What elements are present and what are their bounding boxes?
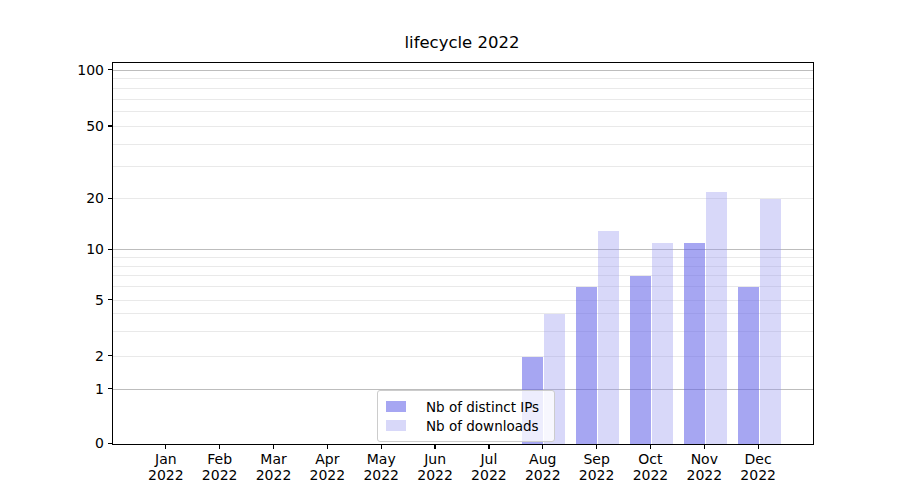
gridline-minor (113, 111, 813, 112)
bar-distinct-ips-sep (576, 287, 597, 444)
gridline-minor (113, 126, 813, 127)
x-tick-mark (758, 444, 759, 449)
y-tick-label: 100 (34, 62, 104, 78)
bar-distinct-ips-nov (684, 243, 705, 444)
chart-title: lifecycle 2022 (112, 33, 812, 53)
y-tick-mark (108, 198, 112, 199)
y-tick-mark (108, 443, 112, 444)
bar-downloads-dec (760, 199, 781, 444)
gridline-minor (113, 166, 813, 167)
bar-downloads-nov (706, 192, 727, 444)
bar-downloads-sep (598, 231, 619, 444)
x-tick-mark (704, 444, 705, 449)
x-tick-mark (381, 444, 382, 449)
gridline-minor (113, 78, 813, 79)
x-tick-label-dec: Dec2022 (726, 452, 790, 483)
y-tick-mark (108, 388, 112, 389)
legend-entry-distinct-ips: Nb of distinct IPs (386, 397, 546, 416)
x-tick-mark (596, 444, 597, 449)
x-tick-mark (273, 444, 274, 449)
y-tick-label: 20 (34, 190, 104, 206)
y-tick-label: 5 (34, 292, 104, 308)
y-tick-mark (108, 249, 112, 250)
gridline-minor (113, 144, 813, 145)
y-tick-mark (108, 125, 112, 126)
gridline-minor (113, 88, 813, 89)
x-tick-year: 2022 (726, 468, 790, 484)
x-tick-mark (542, 444, 543, 449)
y-tick-mark (108, 355, 112, 356)
legend-label-distinct-ips: Nb of distinct IPs (426, 399, 539, 415)
legend-label-downloads: Nb of downloads (426, 418, 539, 434)
x-tick-mark (219, 444, 220, 449)
x-tick-mark (434, 444, 435, 449)
y-tick-label: 1 (34, 381, 104, 397)
y-tick-label: 0 (34, 435, 104, 451)
bar-distinct-ips-oct (630, 276, 651, 444)
x-tick-mark (488, 444, 489, 449)
gridline-major (113, 70, 813, 71)
y-tick-label: 10 (34, 241, 104, 257)
gridline-minor (113, 99, 813, 100)
x-tick-month: Dec (726, 452, 790, 468)
y-tick-mark (108, 299, 112, 300)
x-tick-mark (165, 444, 166, 449)
figure: lifecycle 2022 Nb of distinct IPs Nb of … (0, 0, 900, 500)
bar-downloads-oct (652, 243, 673, 444)
bar-distinct-ips-dec (738, 287, 759, 444)
legend-swatch-distinct-ips-icon (386, 401, 406, 412)
y-tick-mark (108, 69, 112, 70)
legend-swatch-downloads-icon (386, 420, 406, 431)
legend: Nb of distinct IPs Nb of downloads (377, 390, 555, 442)
plot-area: Nb of distinct IPs Nb of downloads (112, 62, 814, 445)
y-tick-label: 2 (34, 348, 104, 364)
x-tick-mark (327, 444, 328, 449)
legend-entry-downloads: Nb of downloads (386, 416, 546, 435)
x-tick-mark (650, 444, 651, 449)
y-tick-label: 50 (34, 118, 104, 134)
